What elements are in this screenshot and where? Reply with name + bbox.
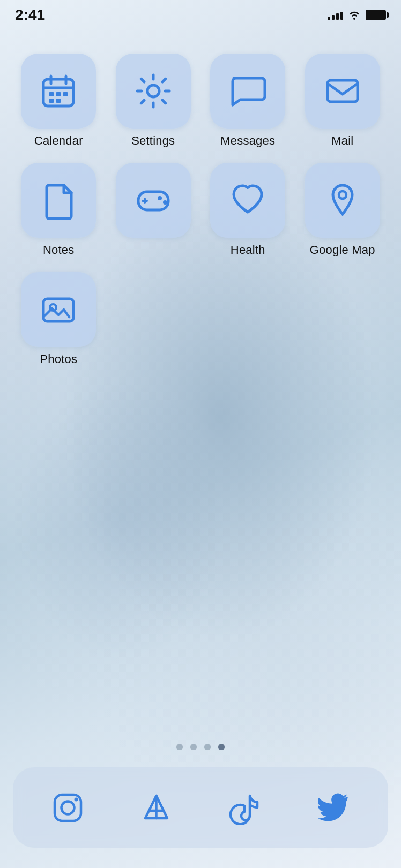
dock-tiktok[interactable]	[216, 778, 274, 837]
mail-icon-bg	[305, 54, 380, 129]
page-dot-4[interactable]	[218, 744, 225, 750]
dock	[13, 767, 388, 848]
dock-appstore[interactable]	[127, 778, 186, 837]
settings-label: Settings	[131, 134, 175, 148]
svg-rect-8	[56, 99, 61, 103]
app-notes[interactable]: Notes	[16, 163, 101, 257]
app-photos[interactable]: Photos	[16, 272, 101, 366]
map-icon-bg	[305, 163, 380, 238]
messages-icon-bg	[210, 54, 285, 129]
tiktok-icon	[227, 790, 262, 825]
settings-icon-bg	[116, 54, 191, 129]
signal-icon	[328, 10, 343, 20]
app-googlemap[interactable]: Google Map	[300, 163, 385, 257]
notes-icon-bg	[21, 163, 96, 238]
page-dots	[0, 744, 401, 750]
status-time: 2:41	[15, 6, 45, 24]
page-dot-3[interactable]	[204, 744, 211, 750]
calendar-icon	[39, 72, 78, 110]
messages-label: Messages	[220, 134, 275, 148]
svg-point-18	[339, 191, 346, 199]
app-calendar[interactable]: Calendar	[16, 54, 101, 148]
notes-label: Notes	[43, 243, 74, 257]
svg-rect-6	[63, 92, 68, 96]
settings-icon	[134, 72, 173, 110]
status-bar: 2:41	[0, 0, 401, 29]
svg-rect-4	[49, 92, 54, 96]
status-icons	[328, 10, 386, 20]
photos-icon-bg	[21, 272, 96, 347]
notes-icon	[39, 181, 78, 220]
app-settings[interactable]: Settings	[111, 54, 196, 148]
svg-point-16	[163, 200, 167, 205]
svg-point-17	[161, 199, 164, 201]
health-icon	[228, 181, 267, 220]
svg-rect-7	[49, 99, 54, 103]
mail-icon	[323, 72, 362, 110]
wifi-icon	[348, 10, 360, 20]
page-dot-2[interactable]	[190, 744, 197, 750]
svg-rect-10	[328, 80, 358, 102]
googlemap-label: Google Map	[310, 243, 375, 257]
photos-icon	[39, 290, 78, 329]
mail-label: Mail	[331, 134, 353, 148]
calendar-icon-bg	[21, 54, 96, 129]
app-mail[interactable]: Mail	[300, 54, 385, 148]
appstore-icon	[139, 790, 174, 825]
twitter-icon	[316, 790, 351, 825]
map-icon	[323, 181, 362, 220]
photos-label: Photos	[40, 352, 77, 366]
page-dot-1[interactable]	[176, 744, 183, 750]
app-grid: Calendar Settings Messages Mail	[0, 54, 401, 366]
svg-point-23	[75, 797, 78, 801]
health-label: Health	[231, 243, 265, 257]
game-icon-bg	[116, 163, 191, 238]
app-game[interactable]	[111, 163, 196, 257]
app-health[interactable]: Health	[205, 163, 291, 257]
svg-point-9	[147, 85, 159, 97]
battery-icon	[366, 10, 386, 20]
app-messages[interactable]: Messages	[205, 54, 291, 148]
health-icon-bg	[210, 163, 285, 238]
dock-twitter[interactable]	[304, 778, 363, 837]
messages-icon	[228, 72, 267, 110]
instagram-icon	[50, 790, 85, 825]
dock-instagram[interactable]	[39, 778, 98, 837]
svg-point-15	[158, 196, 162, 200]
svg-point-22	[62, 801, 75, 814]
game-icon	[134, 181, 173, 220]
calendar-label: Calendar	[34, 134, 83, 148]
svg-rect-5	[56, 92, 61, 96]
